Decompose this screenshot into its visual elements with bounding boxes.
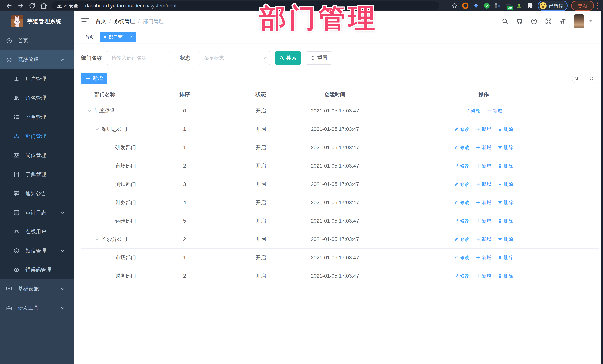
browser-profile[interactable]: 已暂停	[538, 0, 568, 11]
game-controller-icon	[13, 229, 20, 235]
add-link[interactable]: 新增	[476, 126, 491, 132]
sidebar-item-sms[interactable]: 短信管理	[0, 241, 74, 260]
edit-icon	[454, 200, 458, 205]
edit-link[interactable]: 修改	[454, 163, 470, 169]
delete-link[interactable]: 删除	[498, 181, 513, 188]
back-icon[interactable]	[6, 2, 13, 9]
edit-link[interactable]: 修改	[454, 273, 470, 279]
reload-icon[interactable]	[29, 2, 36, 9]
edit-link[interactable]: 修改	[454, 144, 470, 151]
extension-on-badge-icon[interactable]: on	[505, 2, 512, 9]
sidebar-item-audit-log[interactable]: 审计日志	[0, 203, 74, 222]
sidebar-item-system[interactable]: 系统管理	[0, 50, 74, 69]
add-link[interactable]: 新增	[487, 108, 502, 114]
url-bar[interactable]: 不安全 dashboard.yudao.iocoder.cn/system/de…	[52, 1, 439, 10]
search-icon[interactable]	[502, 18, 508, 25]
sidebar-item-notice[interactable]: 通知公告	[0, 184, 74, 203]
sidebar-item-devtools[interactable]: 研发工具	[0, 298, 74, 318]
close-icon[interactable]	[129, 35, 132, 39]
add-link[interactable]: 新增	[476, 144, 491, 151]
user-avatar[interactable]	[574, 14, 584, 28]
bookmark-star-icon[interactable]	[451, 2, 458, 9]
table-row[interactable]: 测试部门 3 开启 2021-01-05 17:03:47 修改 新增 删除	[81, 175, 599, 194]
reset-button[interactable]: 重置	[306, 51, 332, 65]
extensions-puzzle-icon[interactable]	[527, 2, 533, 9]
breadcrumb-home[interactable]: 首页	[95, 18, 106, 25]
browser-menu-icon[interactable]	[596, 2, 598, 9]
sidebar-item-users[interactable]: 用户管理	[0, 69, 74, 88]
sidebar-item-error-codes[interactable]: 错误码管理	[0, 260, 74, 279]
created-cell: 2021-01-05 17:03:47	[302, 255, 368, 261]
browser-update-button[interactable]: 更新	[571, 1, 594, 11]
font-size-icon[interactable]	[560, 18, 566, 25]
tree-expand-icon[interactable]	[87, 109, 92, 113]
status-select[interactable]	[199, 51, 270, 65]
table-row[interactable]: 研发部门 1 开启 2021-01-05 17:03:47 修改 新增 删除	[81, 138, 599, 157]
delete-link[interactable]: 删除	[498, 273, 513, 279]
sidebar-item-depts[interactable]: 部门管理	[0, 127, 74, 146]
sidebar-item-menus[interactable]: 菜单管理	[0, 108, 74, 127]
toggle-search-button[interactable]	[572, 74, 581, 83]
sidebar-item-infrastructure[interactable]: 基础设施	[0, 279, 74, 298]
tree-expand-icon[interactable]	[95, 237, 100, 242]
extension-green-check-icon[interactable]	[484, 2, 490, 9]
edit-link[interactable]: 修改	[454, 126, 470, 132]
fullscreen-icon[interactable]	[545, 18, 552, 25]
add-link[interactable]: 新增	[476, 218, 491, 224]
table-row[interactable]: 财务部门 4 开启 2021-01-05 17:03:47 修改 新增 删除	[81, 194, 599, 212]
home-icon[interactable]	[40, 2, 47, 9]
security-warning[interactable]: 不安全	[57, 3, 78, 9]
tab-home[interactable]: 首页	[81, 32, 98, 42]
search-button[interactable]: 搜索	[275, 51, 301, 65]
help-icon[interactable]	[531, 18, 537, 25]
tree-expand-icon[interactable]	[95, 127, 100, 132]
table-row[interactable]: 深圳总公司 1 开启 2021-01-05 17:03:47 修改 新增 删除	[81, 120, 599, 138]
extension-person-icon[interactable]	[516, 2, 522, 9]
edit-link[interactable]: 修改	[454, 181, 470, 188]
add-link[interactable]: 新增	[476, 163, 491, 169]
table-row[interactable]: 芋道源码 0 开启 2021-01-05 17:03:47 修改 新增	[81, 102, 599, 120]
dept-name: 芋道源码	[94, 107, 115, 114]
edit-link[interactable]: 修改	[454, 236, 470, 243]
refresh-table-button[interactable]	[587, 74, 596, 83]
add-button[interactable]: 新增	[81, 73, 107, 84]
delete-link[interactable]: 删除	[498, 126, 513, 132]
sidebar-item-posts[interactable]: 岗位管理	[0, 146, 74, 165]
hamburger-icon[interactable]	[81, 18, 89, 24]
caret-down-icon[interactable]	[589, 20, 593, 22]
sidebar-logo-row[interactable]: 芋道管理系统	[0, 11, 74, 31]
table-row[interactable]: 财务部门 2 开启 2021-01-05 17:03:47 修改 新增 删除	[81, 267, 599, 285]
sidebar-item-dict[interactable]: 字典管理	[0, 165, 74, 184]
add-link[interactable]: 新增	[476, 254, 491, 261]
table-row[interactable]: 市场部门 1 开启 2021-01-05 17:03:47 修改 新增 删除	[81, 249, 599, 267]
status-select-input[interactable]	[199, 51, 270, 65]
sidebar-item-roles[interactable]: 角色管理	[0, 88, 74, 108]
extension-squares-icon[interactable]	[494, 2, 501, 9]
table-row[interactable]: 长沙分公司 2 开启 2021-01-05 17:03:47 修改 新增 删除	[81, 230, 599, 249]
edit-link[interactable]: 修改	[454, 218, 470, 224]
add-link[interactable]: 新增	[476, 236, 491, 243]
table-row[interactable]: 市场部门 2 开启 2021-01-05 17:03:47 修改 新增 删除	[81, 157, 599, 175]
delete-link[interactable]: 删除	[498, 218, 513, 224]
table-row[interactable]: 运维部门 5 开启 2021-01-05 17:03:47 修改 新增 删除	[81, 212, 599, 230]
delete-link[interactable]: 删除	[498, 163, 513, 169]
extension-orange-icon[interactable]	[462, 2, 469, 9]
forward-icon[interactable]	[17, 2, 24, 9]
delete-link[interactable]: 删除	[498, 144, 513, 151]
add-link[interactable]: 新增	[476, 273, 491, 279]
add-link[interactable]: 新增	[476, 199, 491, 206]
extension-blue-drop-icon[interactable]	[473, 2, 479, 9]
breadcrumb-system[interactable]: 系统管理	[114, 18, 135, 25]
sidebar-item-online-users[interactable]: 在线用户	[0, 222, 74, 241]
tab-dept-management[interactable]: 部门管理	[100, 32, 136, 42]
add-link[interactable]: 新增	[476, 181, 491, 188]
delete-link[interactable]: 删除	[498, 254, 513, 261]
edit-link[interactable]: 修改	[465, 108, 481, 114]
sidebar-item-home[interactable]: 首页	[0, 31, 74, 50]
edit-link[interactable]: 修改	[454, 199, 470, 206]
dept-name-input[interactable]	[107, 51, 171, 65]
delete-link[interactable]: 删除	[498, 236, 513, 243]
delete-link[interactable]: 删除	[498, 199, 513, 206]
github-icon[interactable]	[516, 18, 523, 25]
edit-link[interactable]: 修改	[454, 254, 470, 261]
